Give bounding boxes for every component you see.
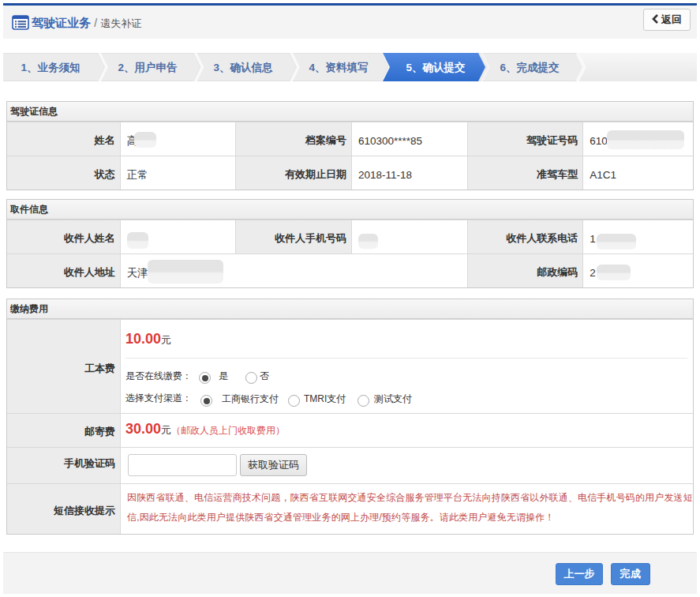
svg-text:5、确认提交: 5、确认提交 [406, 62, 466, 73]
svg-text:4、资料填写: 4、资料填写 [309, 62, 368, 73]
svg-text:2、用户申告: 2、用户申告 [118, 61, 178, 73]
svg-text:3、确认信息: 3、确认信息 [213, 62, 273, 73]
svg-text:6、完成提交: 6、完成提交 [500, 62, 560, 73]
svg-text:1、业务须知: 1、业务须知 [21, 62, 80, 73]
